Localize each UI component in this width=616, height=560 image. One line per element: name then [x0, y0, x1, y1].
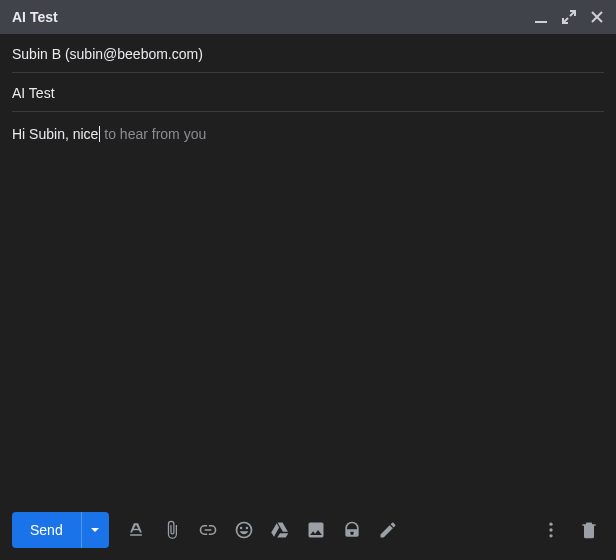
formatting-toolbar — [121, 515, 403, 545]
to-field[interactable]: Subin B (subin@beebom.com) — [12, 34, 604, 73]
send-button-group: Send — [12, 512, 109, 548]
attach-icon[interactable] — [157, 515, 187, 545]
image-icon[interactable] — [301, 515, 331, 545]
footer-right-actions — [536, 515, 604, 545]
emoji-icon[interactable] — [229, 515, 259, 545]
drive-icon[interactable] — [265, 515, 295, 545]
more-icon[interactable] — [536, 515, 566, 545]
pen-icon[interactable] — [373, 515, 403, 545]
send-button[interactable]: Send — [12, 512, 81, 548]
compose-header: AI Test — [0, 0, 616, 34]
body-suggestion-text: to hear from you — [100, 126, 206, 142]
compose-body[interactable]: Hi Subin, nice to hear from you — [0, 112, 616, 506]
compose-footer: Send — [0, 506, 616, 560]
window-title: AI Test — [12, 9, 532, 25]
svg-point-2 — [549, 528, 552, 531]
link-icon[interactable] — [193, 515, 223, 545]
trash-icon[interactable] — [574, 515, 604, 545]
confidential-icon[interactable] — [337, 515, 367, 545]
svg-point-3 — [549, 534, 552, 537]
compose-fields: Subin B (subin@beebom.com) AI Test — [0, 34, 616, 112]
subject-field[interactable]: AI Test — [12, 73, 604, 112]
svg-rect-0 — [535, 21, 547, 23]
formatting-icon[interactable] — [121, 515, 151, 545]
minimize-icon[interactable] — [532, 8, 550, 26]
close-icon[interactable] — [588, 8, 606, 26]
svg-point-1 — [549, 523, 552, 526]
expand-icon[interactable] — [560, 8, 578, 26]
send-options-button[interactable] — [81, 512, 109, 548]
window-controls — [532, 8, 606, 26]
body-typed-text: Hi Subin, nice — [12, 126, 98, 142]
